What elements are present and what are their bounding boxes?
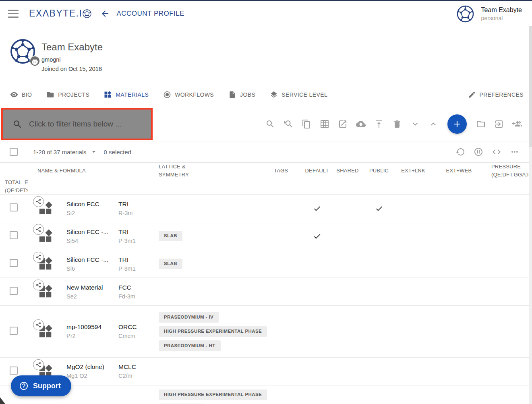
support-button[interactable]: Support — [11, 375, 71, 396]
tags-cell — [152, 202, 267, 214]
add-group-icon[interactable] — [512, 119, 522, 129]
tab-projects[interactable]: PROJECTS — [46, 91, 89, 99]
tab-preferences[interactable]: PREFERENCES — [468, 91, 524, 99]
folder-outline-icon[interactable] — [476, 119, 486, 129]
materials-toolbar: Click to filter items below ... — [0, 107, 532, 141]
filter-input[interactable]: Click to filter items below ... — [1, 108, 153, 140]
tab-label: MATERIALS — [116, 91, 149, 98]
row-checkbox[interactable] — [10, 287, 18, 295]
tab-bio[interactable]: BIO — [10, 91, 32, 99]
symmetry-group: R-3m — [118, 210, 152, 216]
pause-circle-icon[interactable] — [474, 147, 483, 157]
chevron-down-icon[interactable] — [410, 119, 420, 129]
material-name[interactable]: MgO2 (clone) — [66, 363, 112, 371]
tab-label: PROJECTS — [58, 91, 89, 98]
tab-label: JOBS — [240, 91, 255, 98]
page-title: ACCOUNT PROFILE — [116, 10, 184, 18]
delete-icon[interactable] — [392, 119, 402, 129]
tags-cell — [152, 286, 267, 298]
header-name-formula[interactable]: NAME & FORMULA — [28, 167, 112, 175]
cloud-upload-icon[interactable] — [356, 119, 366, 129]
scrollbar-thumb[interactable] — [529, 26, 532, 147]
share-badge — [33, 319, 44, 330]
table-header-row: NAME & FORMULA LATTICE & SYMMETRY TAGS D… — [0, 163, 532, 195]
flag-ext-lnk — [363, 204, 395, 213]
check-icon — [375, 204, 383, 213]
add-material-button[interactable] — [447, 114, 467, 134]
lattice-type: MCLC — [118, 363, 152, 371]
row-checkbox[interactable] — [10, 327, 18, 335]
tab-service-level[interactable]: SERVICE LEVEL — [270, 91, 327, 99]
lattice-type: TRI — [118, 256, 152, 263]
tag-chip[interactable]: HIGH PRESSURE EXPERIMENTAL PHASE — [159, 326, 267, 337]
header-total-energy[interactable]: TOTAL_ENERGY (QE:DFT:GGA:PE — [0, 178, 28, 194]
material-formula: Mg1 O2 — [66, 373, 112, 379]
tag-chip[interactable]: PRASEODYMIUM - HT — [159, 340, 221, 351]
material-formula: Pr2 — [66, 333, 112, 339]
tag-chip[interactable]: HIGH PRESSURE EXPERIMENTAL PHASE — [159, 389, 267, 400]
menu-icon[interactable] — [8, 10, 19, 18]
material-name[interactable]: Silicon FCC -... — [66, 228, 112, 236]
share-badge — [33, 252, 44, 263]
header-pressure[interactable]: PRESSURE (QE:DFT:GGA:PBE) — [486, 163, 532, 178]
header-ext-lnk[interactable]: EXT+LNK — [395, 167, 431, 175]
row-checkbox[interactable] — [10, 203, 18, 211]
tags-cell — [152, 365, 267, 377]
tab-materials[interactable]: MATERIALS — [104, 91, 149, 99]
row-checkbox[interactable] — [10, 231, 18, 239]
flag-shared — [302, 204, 332, 213]
code-icon[interactable] — [492, 147, 501, 157]
upload-top-icon[interactable] — [374, 119, 384, 129]
account-menu[interactable]: Team Exabyte personal — [457, 1, 522, 26]
mouse-cursor — [0, 397, 5, 404]
profile-header: Team Exabyte gmogni Joined on Oct 15, 20… — [0, 26, 532, 83]
material-name[interactable]: Silicon FCC — [66, 201, 112, 208]
restore-icon[interactable] — [455, 147, 465, 157]
material-name[interactable]: mp-1009594 — [66, 323, 112, 331]
header-default[interactable]: DEFAULT — [302, 167, 332, 175]
tag-chip[interactable]: SLAB — [159, 259, 182, 269]
header-shared[interactable]: SHARED — [332, 167, 363, 175]
open-in-new-icon[interactable] — [338, 119, 348, 129]
material-name[interactable]: Silicon FCC -... — [66, 256, 112, 263]
more-horizontal-icon[interactable] — [510, 147, 520, 157]
symmetry-group: P-3m1 — [118, 265, 152, 272]
tag-chip[interactable]: PRASEODYMIUM - IV — [159, 312, 219, 323]
zoom-history-icon[interactable] — [284, 119, 293, 129]
share-icon — [35, 254, 41, 260]
soccer-ball-icon — [83, 9, 91, 18]
lattice-type: ORCC — [118, 323, 152, 331]
header-ext-web[interactable]: EXT+WEB — [431, 167, 486, 175]
plus-icon — [452, 119, 462, 129]
row-checkbox[interactable] — [10, 367, 18, 375]
tab-jobs[interactable]: JOBS — [228, 91, 255, 99]
share-icon — [35, 199, 41, 205]
tab-label: BIO — [22, 91, 32, 98]
back-arrow-icon[interactable] — [100, 9, 110, 19]
tags-cell: HIGH PRESSURE EXPERIMENTAL PHASE — [152, 385, 267, 404]
chevron-up-icon[interactable] — [428, 119, 438, 129]
pagination-label: 1-20 of 37 materials — [33, 149, 87, 155]
header-public[interactable]: PUBLIC — [363, 167, 395, 175]
tab-workflows[interactable]: WORKFLOWS — [163, 91, 214, 99]
profile-name: Team Exabyte — [41, 41, 103, 53]
grid-icon[interactable] — [320, 119, 329, 129]
vertical-scrollbar[interactable] — [529, 26, 532, 404]
material-name[interactable]: New Material — [66, 284, 112, 291]
pagination-dropdown[interactable]: 1-20 of 37 materials — [33, 148, 97, 155]
tag-chip[interactable]: SLAB — [159, 231, 182, 242]
tags-cell: PRASEODYMIUM - IVHIGH PRESSURE EXPERIMEN… — [152, 306, 267, 357]
selection-actions — [455, 147, 520, 157]
import-icon[interactable] — [494, 119, 504, 129]
lattice-type: TRI — [118, 201, 152, 208]
header-lattice[interactable]: LATTICE & SYMMETRY — [152, 163, 267, 178]
radio-icon — [163, 91, 171, 99]
copy-icon[interactable] — [302, 119, 311, 129]
exabyte-logo[interactable]: EXΛBYTE.I — [29, 8, 91, 19]
header-tags[interactable]: TAGS — [267, 167, 302, 175]
row-checkbox[interactable] — [10, 259, 18, 267]
account-avatar — [457, 5, 474, 23]
zoom-in-icon[interactable] — [265, 119, 275, 129]
materials-table-body: Silicon FCC Si2 TRI R-3m — [0, 195, 532, 404]
select-all-checkbox[interactable] — [10, 148, 18, 156]
